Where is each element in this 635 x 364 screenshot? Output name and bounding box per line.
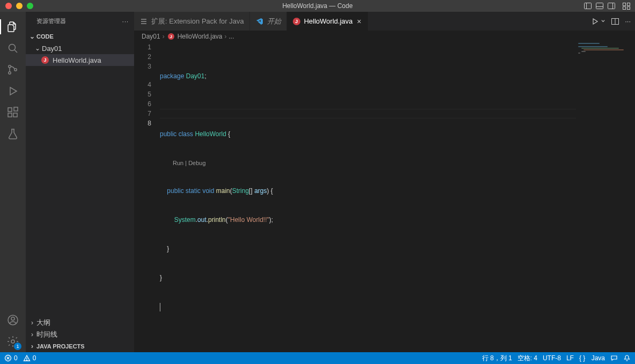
maximize-window-button[interactable] <box>27 3 33 9</box>
file-helloworld[interactable]: J HelloWorld.java <box>26 54 134 66</box>
svg-point-33 <box>26 360 27 360</box>
minimap[interactable] <box>576 42 635 352</box>
project-header[interactable]: ⌄ CODE <box>26 31 134 42</box>
java-file-icon: J <box>292 17 301 26</box>
svg-rect-17 <box>8 113 12 117</box>
sidebar-more-button[interactable]: ··· <box>122 18 129 25</box>
activity-testing[interactable] <box>0 123 26 145</box>
tab-helloworld[interactable]: J HelloWorld.java × <box>287 12 368 31</box>
folder-day01[interactable]: ⌄ Day01 <box>26 42 134 54</box>
svg-rect-7 <box>627 3 630 6</box>
status-errors[interactable]: 0 <box>4 354 18 362</box>
status-notifications[interactable] <box>623 354 631 362</box>
text-cursor <box>160 303 160 311</box>
code-editor[interactable]: 1 2 3 4 5 6 7 8 package Day01; public cl… <box>134 42 635 352</box>
list-icon <box>139 17 148 26</box>
settings-badge: 1 <box>14 343 21 350</box>
more-actions-button[interactable]: ··· <box>625 17 631 25</box>
editor-area: 扩展: Extension Pack for Java 开始 J HelloWo… <box>134 12 635 352</box>
activity-accounts[interactable] <box>0 309 26 331</box>
timeline-label: 时间线 <box>36 330 57 339</box>
tab-extension-pack[interactable]: 扩展: Extension Pack for Java <box>134 12 250 31</box>
svg-rect-9 <box>627 7 630 10</box>
close-tab-button[interactable]: × <box>356 17 362 26</box>
sidebar-title: 资源管理器 <box>36 17 66 25</box>
svg-point-21 <box>11 317 14 321</box>
code-content[interactable]: package Day01; public class HelloWorld {… <box>160 42 635 352</box>
layout-bottom-icon[interactable] <box>595 2 604 10</box>
editor-actions: ··· <box>591 12 635 31</box>
folder-label: Day01 <box>42 44 62 53</box>
activity-explorer[interactable] <box>0 16 26 38</box>
svg-rect-4 <box>608 3 615 9</box>
explorer-sidebar: 资源管理器 ··· ⌄ CODE ⌄ Day01 J HelloWorld.ja… <box>26 12 134 352</box>
file-label: HelloWorld.java <box>53 56 101 64</box>
breadcrumb-folder[interactable]: Day01 <box>142 33 160 40</box>
tab-label: HelloWorld.java <box>304 17 353 25</box>
svg-point-22 <box>11 340 14 343</box>
titlebar-right <box>584 2 631 10</box>
activity-settings[interactable]: 1 <box>0 331 26 352</box>
status-eol[interactable]: LF <box>566 354 574 362</box>
layout-right-icon[interactable] <box>607 2 616 10</box>
svg-point-14 <box>14 69 17 71</box>
tab-start[interactable]: 开始 <box>250 12 287 31</box>
breadcrumbs[interactable]: Day01 › J HelloWorld.java › ... <box>134 31 635 42</box>
status-feedback[interactable] <box>610 354 618 362</box>
chevron-right-icon: › <box>28 331 36 338</box>
chevron-right-icon: › <box>28 343 36 350</box>
breadcrumb-more[interactable]: ... <box>229 33 234 40</box>
status-warnings[interactable]: 0 <box>23 354 36 362</box>
activity-source-control[interactable] <box>0 59 26 80</box>
svg-rect-6 <box>623 3 626 6</box>
outline-label: 大纲 <box>36 318 50 328</box>
chevron-right-icon: › <box>225 33 227 40</box>
svg-point-10 <box>9 44 16 51</box>
activity-bar: 1 <box>0 12 26 352</box>
outline-panel[interactable]: › 大纲 <box>26 317 134 329</box>
layout-customize-icon[interactable] <box>622 2 631 10</box>
breadcrumb-file[interactable]: HelloWorld.java <box>178 33 223 40</box>
chevron-down-icon: ⌄ <box>28 33 36 40</box>
line-gutter: 1 2 3 4 5 6 7 8 <box>134 42 160 352</box>
editor-tabs: 扩展: Extension Pack for Java 开始 J HelloWo… <box>134 12 635 31</box>
java-projects-panel[interactable]: › JAVA PROJECTS <box>26 340 134 352</box>
svg-point-13 <box>9 72 11 74</box>
window-controls <box>0 3 33 9</box>
close-window-button[interactable] <box>5 3 12 9</box>
timeline-panel[interactable]: › 时间线 <box>26 329 134 340</box>
java-projects-label: JAVA PROJECTS <box>36 343 85 350</box>
minimize-window-button[interactable] <box>16 3 23 9</box>
status-bar: 0 0 行 8，列 1 空格: 4 UTF-8 LF { } Java <box>0 352 635 364</box>
svg-rect-2 <box>596 3 603 9</box>
svg-rect-0 <box>585 3 592 9</box>
code-lens[interactable]: Run | Debug <box>160 158 635 167</box>
svg-rect-19 <box>14 107 18 111</box>
activity-search[interactable] <box>0 38 26 59</box>
svg-rect-8 <box>623 7 626 10</box>
chevron-down-icon: ⌄ <box>33 44 42 52</box>
svg-marker-26 <box>593 19 597 24</box>
activity-run-debug[interactable] <box>0 80 26 102</box>
svg-rect-16 <box>8 108 12 112</box>
split-editor-button[interactable] <box>611 17 619 26</box>
chevron-right-icon: › <box>163 33 165 40</box>
layout-left-icon[interactable] <box>584 2 592 10</box>
status-line-col[interactable]: 行 8，列 1 <box>482 354 512 363</box>
run-button[interactable] <box>591 17 606 26</box>
tab-label: 开始 <box>267 17 281 26</box>
java-file-icon: J <box>167 32 175 41</box>
activity-extensions[interactable] <box>0 102 26 123</box>
vscode-icon <box>255 17 264 26</box>
tab-label: 扩展: Extension Pack for Java <box>151 17 244 26</box>
chevron-right-icon: › <box>28 319 36 326</box>
svg-marker-15 <box>10 87 17 95</box>
svg-line-11 <box>14 50 17 53</box>
status-encoding[interactable]: UTF-8 <box>543 354 561 362</box>
java-file-icon: J <box>41 56 49 64</box>
svg-point-12 <box>9 65 11 68</box>
status-indentation[interactable]: 空格: 4 <box>518 354 537 363</box>
titlebar: HelloWorld.java — Code <box>0 0 635 12</box>
sidebar-header: 资源管理器 ··· <box>26 12 134 31</box>
status-language[interactable]: { } Java <box>579 354 605 362</box>
